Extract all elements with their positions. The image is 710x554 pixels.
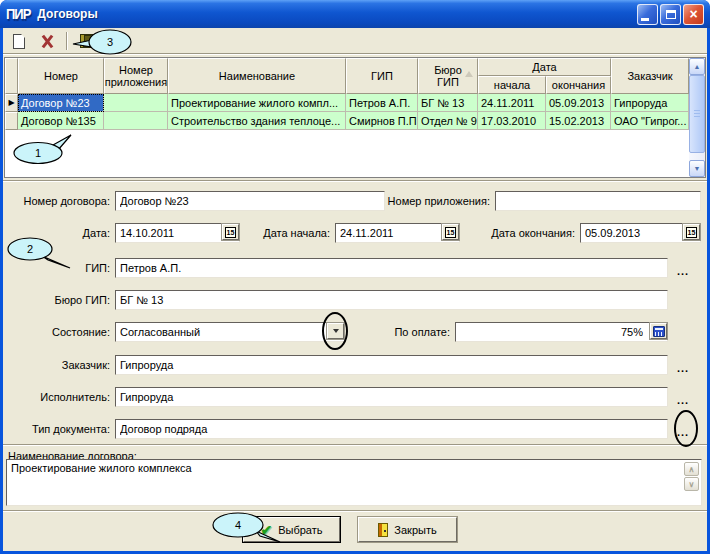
maximize-button[interactable] [660,4,681,25]
callout-3-number: 3 [107,36,113,48]
column-group-data: Дата начала окончания [478,58,611,94]
executor-field [115,387,668,407]
column-header-label: начала [494,79,530,91]
end-date-label: Дата окончания: [465,223,575,243]
memo-scroll-up-button[interactable]: ∧ [684,462,699,476]
executor-ellipsis-button[interactable]: ... [677,395,689,405]
new-record-button[interactable] [7,30,31,52]
cell-zakazchik[interactable]: Гипроруда [611,94,689,112]
buro-gip-label: Бюро ГИП: [8,290,110,310]
status-combobox [115,322,345,342]
document-type-label: Тип документа: [8,419,110,439]
date-calendar-button[interactable]: 15 [222,224,239,240]
callout-4: 4 [210,509,282,547]
scroll-down-button[interactable]: ▼ [689,160,705,177]
cell-buro-gip[interactable]: Отдел № 9 [418,112,478,130]
grid-empty-area [5,130,689,177]
close-button-label: Закрыть [394,524,436,536]
contract-number-field [115,191,385,211]
appendix-number-input[interactable] [495,191,701,211]
toolbar-separator [66,32,68,50]
minimize-button[interactable] [637,4,658,25]
cell-nomer[interactable]: Договор №135 [18,112,104,130]
payment-calculator-button[interactable] [650,323,667,339]
scroll-thumb[interactable] [689,75,705,153]
close-button[interactable]: Закрыть [358,517,457,542]
current-row-indicator: ▶ [5,94,18,112]
column-header-gip[interactable]: ГИП [346,58,418,94]
start-date-calendar-button[interactable]: 15 [442,224,459,240]
customer-input[interactable] [115,355,668,375]
customer-label: Заказчик: [8,355,110,375]
status-input[interactable] [115,322,345,342]
cell-data-nachala[interactable]: 17.03.2010 [478,112,546,130]
callout-2: 2 [6,236,76,272]
column-header-buro-gip[interactable]: Бюро ГИП [418,58,478,94]
gip-ellipsis-button[interactable]: ... [677,266,689,276]
window-title: Договоры [37,7,97,21]
memo-scroll-down-button[interactable]: ∨ [684,477,699,491]
column-header-prilozhenie[interactable]: Номер приложения [104,58,168,94]
callout-3: 3 [72,27,134,57]
end-date-calendar-button[interactable]: 15 [683,224,700,240]
delete-record-button[interactable] [35,30,59,52]
contract-number-input[interactable] [115,191,385,211]
payment-input[interactable] [455,322,668,342]
buro-gip-input[interactable] [115,290,668,310]
cell-prilozhenie[interactable] [104,112,168,130]
grid-row-2[interactable]: Договор №135 Строительство здания теплоц… [5,112,689,130]
grid-columns: Номер Номер приложения Наименование ГИП … [5,58,689,177]
calendar-icon: 15 [445,227,457,238]
calendar-icon: 15 [686,227,698,238]
cell-naimenovanie[interactable]: Проектирование жилого компл... [168,94,346,112]
grid-row-1[interactable]: ▶ Договор №23 Проектирование жилого комп… [5,94,689,112]
gip-input[interactable] [115,258,668,278]
column-header-nomer[interactable]: Номер [18,58,104,94]
cell-naimenovanie[interactable]: Строительство здания теплоце... [168,112,346,130]
app-logo-icon: ПИР [6,6,30,23]
customer-ellipsis-button[interactable]: ... [677,363,689,373]
column-header-label: Заказчик [627,70,672,82]
close-icon: × [689,7,697,21]
cell-data-nachala[interactable]: 24.11.2011 [478,94,546,112]
cell-buro-gip[interactable]: БГ № 13 [418,94,478,112]
cell-data-okonchaniya[interactable]: 15.02.2013 [546,112,611,130]
column-header-label: Номер [44,70,78,82]
cell-gip[interactable]: Смирнов П.П. [346,112,418,130]
executor-label: Исполнитель: [8,387,110,407]
column-header-nachala[interactable]: начала [478,76,546,94]
arrow-down-icon: ▼ [694,165,701,172]
callout-1: 1 [12,134,76,168]
buro-gip-field [115,290,668,310]
titlebar: ПИР Договоры × [0,0,710,28]
cell-prilozhenie[interactable] [104,94,168,112]
column-header-naimenovanie[interactable]: Наименование [168,58,346,94]
column-header-data-group: Дата [478,58,611,76]
cell-data-okonchaniya[interactable]: 05.09.2013 [546,94,611,112]
close-window-button[interactable]: × [683,4,704,25]
cell-gip[interactable]: Петров А.П. [346,94,418,112]
payment-field [455,322,668,342]
callout-2-number: 2 [27,243,33,255]
column-header-okonchaniya[interactable]: окончания [546,76,611,94]
scroll-up-button[interactable]: ▲ [689,58,705,75]
grid-vertical-scrollbar[interactable]: ▲ ▼ [689,58,705,177]
cell-zakazchik[interactable]: ОАО "Гипрог... [611,112,689,130]
delete-x-icon [40,34,54,49]
window-controls: × [637,4,704,25]
contract-name-textarea[interactable]: Проектирование жилого комплекса [6,459,702,506]
document-type-input[interactable] [115,419,668,439]
exit-door-icon [378,523,388,537]
annotation-circle-status-dropdown [322,312,348,350]
row-marker-icon: ▶ [8,99,14,107]
appendix-number-field [495,191,701,211]
grid-header-row: Номер Номер приложения Наименование ГИП … [5,58,689,94]
status-label: Состояние: [8,322,110,342]
cell-nomer-selected[interactable]: Договор №23 [18,94,104,112]
end-date-field: 15 [580,223,701,243]
appendix-number-label: Номер приложения: [385,191,490,211]
column-header-zakazchik[interactable]: Заказчик [611,58,689,94]
select-button-label: Выбрать [278,524,322,536]
executor-input[interactable] [115,387,668,407]
grid-form-separator [3,180,707,182]
